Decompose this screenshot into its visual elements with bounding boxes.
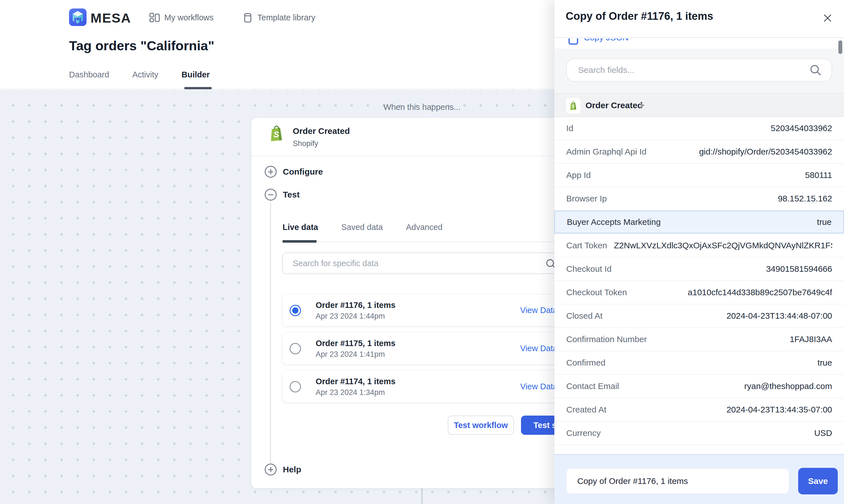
order-date: Apr 23 2024 1:41pm bbox=[316, 350, 385, 359]
order-list-item[interactable]: Order #1176, 1 items Apr 23 2024 1:44pm … bbox=[282, 294, 566, 326]
configure-section-toggle[interactable]: Configure bbox=[265, 166, 323, 178]
field-row[interactable]: Closed At 2024-04-23T13:44:48-07:00 bbox=[554, 305, 844, 327]
view-data-link[interactable]: View Data bbox=[520, 382, 557, 391]
mesa-cube-icon bbox=[72, 11, 84, 24]
order-title: Order #1175, 1 items bbox=[316, 339, 395, 348]
field-row[interactable]: Admin Graphql Api Id gid://shopify/Order… bbox=[554, 140, 844, 163]
order-search-container bbox=[282, 253, 566, 274]
close-icon[interactable] bbox=[822, 13, 833, 24]
copy-json-row[interactable]: Copy JSON bbox=[554, 38, 844, 49]
tab-live-data[interactable]: Live data bbox=[282, 222, 318, 232]
field-label: Checkout Token bbox=[566, 288, 627, 297]
field-row[interactable]: App Id 580111 bbox=[554, 164, 844, 186]
field-row[interactable]: Contact Email ryan@theshoppad.com bbox=[554, 375, 844, 397]
field-row[interactable]: Browser Ip 98.152.15.162 bbox=[554, 187, 844, 210]
view-data-link[interactable]: View Data bbox=[520, 306, 557, 315]
shopify-icon: S bbox=[566, 98, 580, 113]
field-label: Buyer Accepts Marketing bbox=[567, 217, 661, 227]
tab-advanced[interactable]: Advanced bbox=[406, 222, 442, 232]
tab-builder[interactable]: Builder bbox=[182, 70, 210, 79]
field-row[interactable]: Id 5203454033962 bbox=[554, 117, 844, 140]
field-value: a1010cfc144d338b89c2507be7649c4f bbox=[688, 288, 832, 297]
clipped-next-row bbox=[554, 445, 844, 454]
panel-scroll-area[interactable]: Copy JSON S Order Crea bbox=[554, 38, 844, 454]
order-radio-button[interactable] bbox=[290, 343, 301, 354]
order-title: Order #1176, 1 items bbox=[316, 301, 395, 310]
field-value: ryan@theshoppad.com bbox=[744, 381, 832, 391]
tab-dashboard[interactable]: Dashboard bbox=[69, 70, 109, 79]
field-value: true bbox=[817, 217, 831, 227]
field-value: USD bbox=[814, 428, 832, 438]
order-data-panel: Copy of Order #1176, 1 items Copy JSON bbox=[554, 0, 844, 504]
section-label: Order Created bbox=[585, 101, 643, 110]
nav-my-workflows[interactable]: My workflows bbox=[149, 11, 213, 24]
order-radio-button[interactable] bbox=[290, 305, 301, 316]
field-label: Browser Ip bbox=[566, 194, 607, 203]
trigger-header[interactable]: S Order Created Shopify bbox=[252, 118, 585, 156]
svg-text:S: S bbox=[274, 130, 279, 139]
order-list-item[interactable]: Order #1175, 1 items Apr 23 2024 1:41pm … bbox=[282, 332, 566, 364]
help-section-toggle[interactable]: Help bbox=[265, 464, 301, 475]
field-row[interactable]: Confirmation Number 1FAJ8I3AA bbox=[554, 328, 844, 350]
field-label: App Id bbox=[566, 170, 591, 180]
test-workflow-button[interactable]: Test workflow bbox=[448, 416, 514, 435]
field-row[interactable]: Checkout Token a1010cfc144d338b89c2507be… bbox=[554, 281, 844, 304]
order-search-input[interactable] bbox=[293, 253, 541, 273]
svg-text:S: S bbox=[572, 104, 575, 109]
field-value: 580111 bbox=[805, 170, 832, 180]
copy-json-link[interactable]: Copy JSON bbox=[584, 38, 628, 42]
test-buttons-row: Test workflow Test step bbox=[252, 416, 585, 435]
field-row[interactable]: Confirmed true bbox=[554, 352, 844, 374]
field-row[interactable]: Cart Token Z2NwLXVzLXdlc3QxOjAxSFc2QjVGM… bbox=[554, 234, 844, 257]
tab-activity[interactable]: Activity bbox=[132, 70, 158, 79]
nav-label: Template library bbox=[257, 13, 315, 22]
field-row[interactable]: Currency USD bbox=[554, 422, 844, 444]
workflow-connector-line bbox=[421, 488, 423, 504]
shopify-icon: S bbox=[269, 124, 285, 142]
plus-circle-icon[interactable] bbox=[265, 166, 277, 178]
builder-tab-indicator bbox=[185, 87, 211, 89]
trigger-step-card[interactable]: S Order Created Shopify Configure Test L… bbox=[252, 118, 585, 488]
test-order-list: Order #1176, 1 items Apr 23 2024 1:44pm … bbox=[282, 294, 566, 409]
minus-circle-icon[interactable] bbox=[265, 189, 277, 201]
field-label: Confirmed bbox=[566, 358, 605, 367]
panel-header: Copy of Order #1176, 1 items bbox=[554, 0, 844, 38]
field-label: Id bbox=[566, 124, 573, 133]
field-row[interactable]: Checkout Id 34901581594666 bbox=[554, 258, 844, 280]
field-value: Z2NwLXVzLXdlc3QxOjAxSFc2QjVGMkdQNVAyNlZK… bbox=[614, 241, 832, 250]
save-button[interactable]: Save bbox=[798, 468, 838, 494]
field-value: true bbox=[817, 358, 832, 367]
field-row[interactable]: Created At 2024-04-23T13:44:35-07:00 bbox=[554, 398, 844, 421]
test-tabs-divider bbox=[282, 241, 585, 242]
field-label: Admin Graphql Api Id bbox=[566, 147, 647, 157]
plus-circle-icon[interactable] bbox=[265, 464, 277, 475]
field-label: Confirmation Number bbox=[566, 335, 647, 344]
field-label: Closed At bbox=[566, 311, 602, 321]
nav-template-library[interactable]: Template library bbox=[242, 11, 315, 24]
field-row[interactable]: Buyer Accepts Marketing true bbox=[554, 211, 844, 233]
field-label: Currency bbox=[566, 428, 601, 438]
order-radio-button[interactable] bbox=[290, 381, 301, 392]
field-label: Checkout Id bbox=[566, 264, 612, 274]
configure-label: Configure bbox=[283, 167, 323, 177]
order-list-item[interactable]: Order #1174, 1 items Apr 23 2024 1:34pm … bbox=[282, 371, 566, 402]
view-data-link[interactable]: View Data bbox=[520, 344, 557, 353]
template-jar-icon bbox=[242, 12, 254, 23]
field-search-input[interactable] bbox=[578, 59, 805, 81]
test-section-toggle[interactable]: Test bbox=[265, 189, 299, 201]
workflows-grid-icon bbox=[149, 12, 160, 23]
order-created-section[interactable]: S Order Created bbox=[554, 93, 844, 117]
search-icon bbox=[809, 64, 822, 76]
panel-footer: Save bbox=[554, 454, 844, 504]
mesa-logo[interactable] bbox=[69, 8, 87, 26]
order-date: Apr 23 2024 1:44pm bbox=[316, 312, 385, 321]
copy-name-input[interactable] bbox=[566, 468, 789, 494]
field-value: 2024-04-23T13:44:48-07:00 bbox=[726, 311, 832, 321]
field-search-container bbox=[566, 58, 832, 82]
order-title: Order #1174, 1 items bbox=[316, 377, 395, 386]
active-tab-indicator bbox=[282, 240, 316, 243]
workflow-tabs: Dashboard Activity Builder bbox=[69, 70, 210, 79]
tab-saved-data[interactable]: Saved data bbox=[341, 222, 383, 232]
panel-scrollbar-thumb[interactable] bbox=[838, 40, 842, 54]
workflow-title: Tag orders "California" bbox=[69, 38, 214, 53]
